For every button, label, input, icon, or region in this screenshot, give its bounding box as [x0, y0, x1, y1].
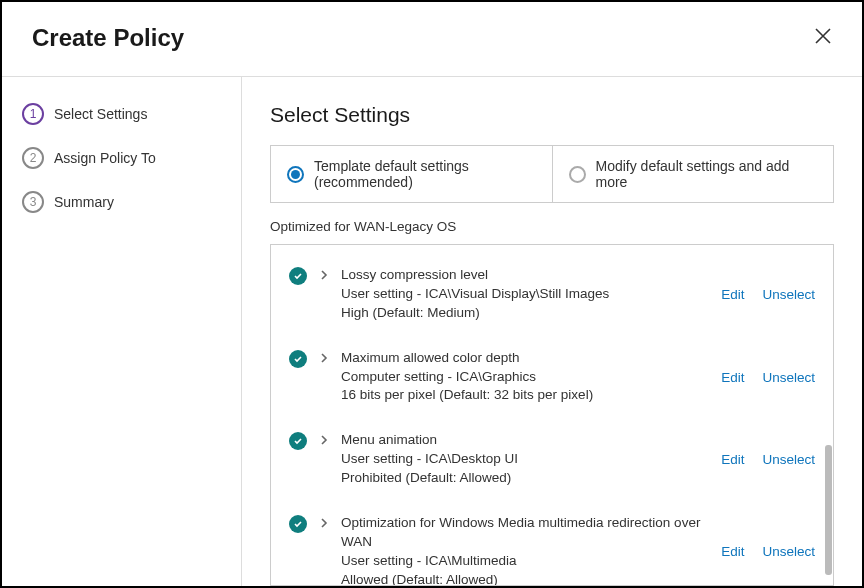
setting-row: Lossy compression level User setting - I… [271, 253, 833, 336]
dialog-header: Create Policy [2, 2, 862, 77]
setting-row: Optimization for Windows Media multimedi… [271, 501, 833, 586]
edit-link[interactable]: Edit [721, 370, 744, 385]
step-label: Assign Policy To [54, 150, 156, 166]
step-select-settings[interactable]: 1 Select Settings [22, 103, 221, 125]
setting-title: Menu animation [341, 431, 709, 450]
setting-path: User setting - ICA\Multimedia [341, 552, 709, 571]
unselect-link[interactable]: Unselect [762, 452, 815, 467]
unselect-link[interactable]: Unselect [762, 544, 815, 559]
close-icon [814, 27, 832, 45]
setting-row: Maximum allowed color depth Computer set… [271, 336, 833, 419]
setting-text: Maximum allowed color depth Computer set… [341, 349, 709, 406]
chevron-right-icon [319, 268, 329, 282]
radio-icon [569, 166, 586, 183]
radio-icon [287, 166, 304, 183]
step-number-icon: 1 [22, 103, 44, 125]
option-modify-default[interactable]: Modify default settings and add more [553, 146, 834, 202]
setting-title: Optimization for Windows Media multimedi… [341, 514, 709, 552]
expand-toggle[interactable] [319, 433, 329, 451]
expand-toggle[interactable] [319, 268, 329, 286]
setting-value: Prohibited (Default: Allowed) [341, 469, 709, 488]
setting-title: Lossy compression level [341, 266, 709, 285]
step-label: Summary [54, 194, 114, 210]
unselect-link[interactable]: Unselect [762, 370, 815, 385]
setting-text: Lossy compression level User setting - I… [341, 266, 709, 323]
dialog-title: Create Policy [32, 24, 184, 52]
close-button[interactable] [814, 27, 832, 49]
option-label: Template default settings (recommended) [314, 158, 536, 190]
edit-link[interactable]: Edit [721, 452, 744, 467]
chevron-right-icon [319, 433, 329, 447]
chevron-right-icon [319, 516, 329, 530]
section-heading: Select Settings [270, 103, 834, 127]
check-icon [289, 515, 307, 533]
optimization-label: Optimized for WAN-Legacy OS [270, 219, 834, 234]
setting-row: Menu animation User setting - ICA\Deskto… [271, 418, 833, 501]
expand-toggle[interactable] [319, 516, 329, 534]
setting-path: Computer setting - ICA\Graphics [341, 368, 709, 387]
check-icon [289, 267, 307, 285]
scrollbar[interactable] [825, 445, 832, 575]
setting-text: Optimization for Windows Media multimedi… [341, 514, 709, 586]
unselect-link[interactable]: Unselect [762, 287, 815, 302]
option-label: Modify default settings and add more [596, 158, 818, 190]
setting-text: Menu animation User setting - ICA\Deskto… [341, 431, 709, 488]
setting-value: High (Default: Medium) [341, 304, 709, 323]
check-icon [289, 350, 307, 368]
edit-link[interactable]: Edit [721, 544, 744, 559]
edit-link[interactable]: Edit [721, 287, 744, 302]
setting-value: 16 bits per pixel (Default: 32 bits per … [341, 386, 709, 405]
chevron-right-icon [319, 351, 329, 365]
option-template-default[interactable]: Template default settings (recommended) [271, 146, 553, 202]
step-number-icon: 2 [22, 147, 44, 169]
check-icon [289, 432, 307, 450]
settings-mode-options: Template default settings (recommended) … [270, 145, 834, 203]
step-label: Select Settings [54, 106, 147, 122]
setting-value: Allowed (Default: Allowed) [341, 571, 709, 586]
step-number-icon: 3 [22, 191, 44, 213]
step-summary[interactable]: 3 Summary [22, 191, 221, 213]
setting-path: User setting - ICA\Visual Display\Still … [341, 285, 709, 304]
wizard-sidebar: 1 Select Settings 2 Assign Policy To 3 S… [2, 77, 242, 586]
expand-toggle[interactable] [319, 351, 329, 369]
step-assign-policy[interactable]: 2 Assign Policy To [22, 147, 221, 169]
setting-title: Maximum allowed color depth [341, 349, 709, 368]
setting-path: User setting - ICA\Desktop UI [341, 450, 709, 469]
main-panel: Select Settings Template default setting… [242, 77, 862, 586]
settings-list: Lossy compression level User setting - I… [270, 244, 834, 586]
